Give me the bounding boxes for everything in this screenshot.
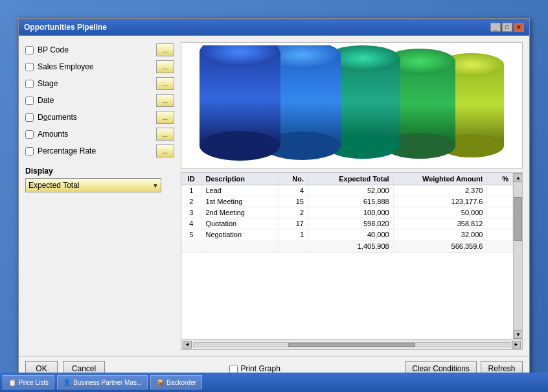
cell-weighted-4: 358,812 (393, 218, 487, 229)
taskbar-icon-price-lists: 📋 (8, 379, 16, 386)
cell-weighted-3: 50,000 (393, 207, 487, 218)
amounts-row: Amounts ... (25, 126, 174, 142)
svg-point-14 (200, 131, 280, 161)
percentage-rate-label: Percentage Rate (38, 146, 152, 156)
cell-total-pct (487, 240, 513, 253)
documents-row: Documents ... (25, 110, 174, 125)
documents-ellipsis-button[interactable]: ... (156, 111, 174, 124)
table-header-row: ID Description No. Expected Total Weight… (181, 173, 513, 185)
taskbar-item-business-partner[interactable]: 👤 Business Partner Mas... (57, 375, 148, 389)
close-button[interactable]: ✕ (514, 23, 524, 32)
print-graph-label: Print Graph (240, 364, 280, 373)
print-graph-checkbox[interactable] (229, 365, 238, 373)
display-dropdown-wrapper: Expected Total Weighted Amount Count ▼ (25, 178, 161, 192)
scroll-up-button[interactable]: ▲ (514, 173, 522, 182)
cell-pct-3 (487, 207, 513, 218)
cell-desc-5: Negotiation (201, 229, 278, 240)
maximize-button[interactable]: □ (502, 23, 512, 32)
bp-code-checkbox[interactable] (25, 46, 34, 54)
dialog-content: BP Code ... Sales Employee ... Stage ...… (19, 36, 529, 356)
chart-svg (193, 45, 510, 165)
cell-weighted-5: 32,000 (393, 229, 487, 240)
h-scroll-thumb[interactable] (288, 343, 415, 347)
bp-code-row: BP Code ... (25, 42, 174, 58)
date-label: Date (38, 96, 152, 105)
minimize-button[interactable]: _ (490, 23, 501, 32)
stage-checkbox[interactable] (25, 80, 34, 88)
cell-no-2: 15 (278, 196, 308, 207)
sales-employee-checkbox[interactable] (25, 63, 34, 71)
table-scroll-area[interactable]: ID Description No. Expected Total Weight… (181, 173, 513, 339)
stage-ellipsis-button[interactable]: ... (156, 77, 174, 90)
documents-checkbox[interactable] (25, 113, 34, 122)
cell-no-1: 4 (278, 185, 308, 196)
taskbar-icon-backorder: 📦 (156, 379, 164, 386)
table-row: 1 Lead 4 52,000 2,370 (181, 185, 513, 196)
scroll-track[interactable] (514, 182, 522, 330)
display-section: Display Expected Total Weighted Amount C… (25, 167, 174, 192)
stage-label: Stage (38, 79, 152, 88)
cell-expected-1: 52,000 (308, 185, 394, 196)
display-dropdown[interactable]: Expected Total Weighted Amount Count (25, 178, 161, 192)
horizontal-scrollbar[interactable]: ◄ ► (181, 339, 522, 349)
date-row: Date ... (25, 93, 174, 108)
display-label: Display (25, 167, 174, 176)
date-checkbox[interactable] (25, 97, 34, 105)
cell-expected-3: 100,000 (308, 207, 394, 218)
bp-code-label: BP Code (38, 45, 152, 54)
percentage-rate-row: Percentage Rate ... (25, 143, 174, 159)
documents-label: Documents (38, 113, 152, 122)
print-graph-section: Print Graph (229, 364, 280, 373)
cell-pct-4 (487, 218, 513, 229)
dialog-title: Opportunities Pipeline (24, 23, 107, 32)
cell-id-3: 3 (181, 207, 201, 218)
sales-employee-ellipsis-button[interactable]: ... (156, 60, 174, 73)
date-ellipsis-button[interactable]: ... (156, 94, 174, 107)
amounts-checkbox[interactable] (25, 130, 34, 139)
col-header-no: No. (278, 173, 308, 185)
scroll-right-button[interactable]: ► (512, 341, 521, 349)
taskbar-label-price-lists: Price Lists (19, 379, 49, 386)
cell-weighted-1: 2,370 (393, 185, 487, 196)
cell-desc-3: 2nd Meeting (201, 207, 278, 218)
percentage-rate-ellipsis-button[interactable]: ... (156, 144, 174, 157)
taskbar-icon-business-partner: 👤 (63, 379, 71, 386)
table-row: 5 Negotiation 1 40,000 32,000 (181, 229, 513, 240)
taskbar-label-backorder: Backorder (166, 379, 196, 386)
cell-id-2: 2 (181, 196, 201, 207)
scroll-left-button[interactable]: ◄ (183, 341, 192, 349)
scroll-thumb[interactable] (514, 197, 522, 241)
cell-id-4: 4 (181, 218, 201, 229)
h-scroll-track[interactable] (193, 342, 510, 347)
right-panel: ID Description No. Expected Total Weight… (181, 42, 523, 350)
amounts-label: Amounts (38, 130, 152, 139)
taskbar: 📋 Price Lists 👤 Business Partner Mas... … (0, 373, 548, 392)
scroll-down-button[interactable]: ▼ (514, 330, 522, 339)
col-header-id: ID (181, 173, 201, 185)
cell-desc-1: Lead (201, 185, 278, 196)
sales-employee-row: Sales Employee ... (25, 59, 174, 75)
vertical-scrollbar[interactable]: ▲ ▼ (513, 173, 522, 339)
cell-expected-2: 615,888 (308, 196, 394, 207)
table-totals-row: 1,405,908 566,359.6 (181, 240, 513, 253)
percentage-rate-checkbox[interactable] (25, 147, 34, 156)
col-header-pct: % (487, 173, 513, 185)
col-header-expected-total: Expected Total (308, 173, 394, 185)
bp-code-ellipsis-button[interactable]: ... (156, 43, 174, 56)
taskbar-item-price-lists[interactable]: 📋 Price Lists (3, 375, 54, 389)
taskbar-item-backorder[interactable]: 📦 Backorder (150, 375, 202, 389)
cell-total-expected: 1,405,908 (308, 240, 394, 253)
cell-desc-4: Quotation (201, 218, 278, 229)
amounts-ellipsis-button[interactable]: ... (156, 128, 174, 141)
table-row: 4 Quotation 17 598,020 358,812 (181, 218, 513, 229)
col-header-weighted-amount: Weighted Amount (393, 173, 487, 185)
pipeline-table: ID Description No. Expected Total Weight… (181, 173, 513, 253)
opportunities-pipeline-dialog: Opportunities Pipeline _ □ ✕ BP Code ...… (18, 18, 530, 381)
stage-row: Stage ... (25, 76, 174, 91)
cell-expected-4: 598,020 (308, 218, 394, 229)
cell-weighted-2: 123,177.6 (393, 196, 487, 207)
cell-no-4: 17 (278, 218, 308, 229)
cell-pct-1 (487, 185, 513, 196)
cell-total-desc (201, 240, 278, 253)
cell-pct-2 (487, 196, 513, 207)
